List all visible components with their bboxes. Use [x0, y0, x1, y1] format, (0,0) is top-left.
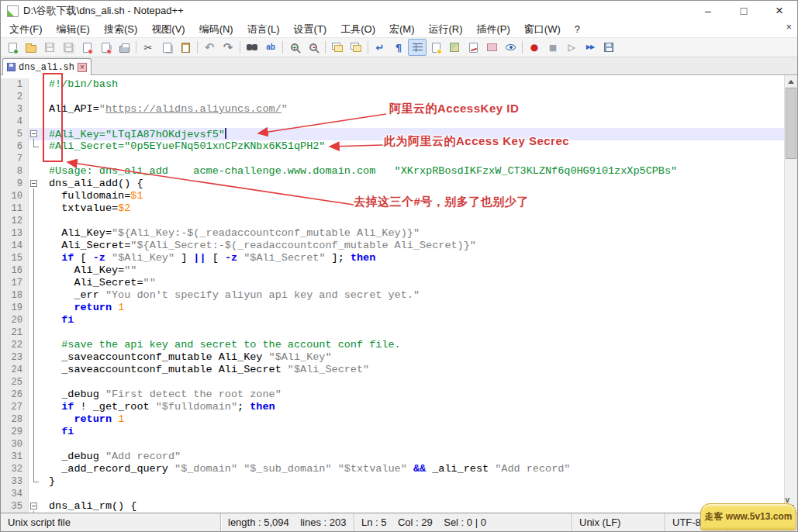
code-line[interactable]: 10 fulldomain=$1 — [1, 190, 784, 202]
code-line[interactable]: 25 — [1, 376, 784, 389]
save-icon[interactable] — [40, 39, 59, 56]
code-line[interactable]: 35dns_ali_rm() { — [1, 500, 784, 513]
close-all-icon[interactable] — [96, 39, 115, 56]
scrollbar-track[interactable] — [785, 88, 797, 500]
fold-marker[interactable] — [29, 128, 41, 140]
code-line[interactable]: 24 _saveaccountconf_mutable Ali_Secret "… — [1, 364, 784, 376]
find-icon[interactable] — [243, 39, 261, 56]
code-line[interactable]: 23 _saveaccountconf_mutable Ali_Key "$Al… — [1, 351, 784, 364]
preview-eye-icon[interactable] — [501, 39, 520, 56]
code-line[interactable]: 34 — [1, 488, 784, 500]
menu-item-工具[interactable]: 工具(O) — [333, 21, 382, 37]
print-icon[interactable] — [115, 39, 133, 56]
code-line[interactable]: 2 — [1, 91, 784, 103]
menu-item-语言[interactable]: 语言(L) — [240, 21, 287, 37]
sync-horizontal-scroll-icon[interactable] — [347, 39, 365, 56]
zoom-out-icon[interactable] — [304, 39, 323, 56]
menu-item-文件[interactable]: 文件(F) — [2, 21, 50, 37]
code-line[interactable]: 22 #save the api key and secret to the a… — [1, 339, 784, 351]
minimize-button[interactable]: – — [690, 1, 726, 21]
cut-icon[interactable]: ✂ — [139, 39, 157, 56]
close-icon[interactable] — [78, 39, 96, 56]
code-line[interactable]: 1#!/bin/bash — [1, 78, 784, 91]
code-line[interactable]: 32 _add_record_query "$_domain" "$_sub_d… — [1, 463, 784, 475]
open-folder-icon[interactable] — [22, 39, 40, 56]
menu-item-视图[interactable]: 视图(V) — [144, 21, 192, 37]
menu-item-插件[interactable]: 插件(P) — [470, 21, 517, 37]
code-line[interactable]: 31 _debug "Add record" — [1, 451, 784, 463]
line-number: 30 — [1, 438, 29, 451]
code-line[interactable]: 21 — [1, 326, 784, 339]
editor-area[interactable]: 1#!/bin/bash23Ali_API="https://alidns.al… — [1, 75, 797, 513]
save-all-icon[interactable] — [59, 39, 78, 56]
menu-item-宏[interactable]: 宏(M) — [382, 21, 422, 37]
fold-marker[interactable] — [29, 178, 41, 190]
menu-item-?[interactable]: ? — [568, 21, 587, 37]
tab-dns_ali.sh[interactable]: dns_ali.sh × — [2, 58, 92, 75]
code-line[interactable]: 3Ali_API="https://alidns.aliyuncs.com/" — [1, 103, 784, 116]
doc-map-icon[interactable] — [445, 39, 464, 56]
code-line[interactable]: 20 fi — [1, 314, 784, 326]
word-wrap-icon[interactable]: ↵ — [371, 39, 389, 56]
function-list-icon[interactable] — [464, 39, 482, 56]
code-view[interactable]: 1#!/bin/bash23Ali_API="https://alidns.al… — [1, 75, 784, 513]
code-line[interactable]: 17 Ali_Secret="" — [1, 277, 784, 289]
fold-margin — [29, 116, 41, 128]
code-line[interactable]: 28 return 1 — [1, 413, 784, 426]
code-line[interactable]: 11 txtvalue=$2 — [1, 202, 784, 215]
code-line[interactable]: 14 Ali_Secret="${Ali_Secret:-$(_readacco… — [1, 240, 784, 252]
zoom-in-icon[interactable] — [285, 39, 304, 56]
code-line[interactable]: 15 if [ -z "$Ali_Key" ] || [ -z "$Ali_Se… — [1, 252, 784, 264]
fold-marker — [29, 215, 41, 227]
paste-icon[interactable] — [176, 39, 195, 56]
code-line[interactable]: 33} — [1, 475, 784, 488]
code-line[interactable]: 29 fi — [1, 426, 784, 438]
close-button[interactable]: × — [762, 1, 797, 21]
undo-icon[interactable]: ↶ — [200, 39, 219, 56]
user-language-icon[interactable] — [427, 39, 445, 56]
show-all-chars-icon[interactable]: ¶ — [389, 39, 408, 56]
code-line[interactable]: 16 Ali_Key="" — [1, 264, 784, 277]
menubar-close-icon[interactable]: × — [786, 21, 792, 33]
maximize-button[interactable]: □ — [726, 1, 762, 21]
scroll-up-icon[interactable] — [785, 75, 797, 88]
code-line[interactable]: 12 — [1, 215, 784, 227]
menu-item-窗口[interactable]: 窗口(W) — [517, 21, 568, 37]
indent-guide-icon[interactable] — [408, 39, 427, 56]
macro-stop-icon[interactable]: ■ — [544, 39, 562, 56]
macro-run-multiple-icon[interactable]: ▶▶ — [581, 39, 599, 56]
line-number: 20 — [1, 314, 29, 326]
sync-vertical-scroll-icon[interactable] — [328, 39, 347, 56]
menu-item-编码[interactable]: 编码(N) — [192, 21, 240, 37]
code-line[interactable]: 5#Ali_Key="LTqIA87hOKdjevsf5" — [1, 128, 784, 140]
macro-play-icon[interactable]: ▷ — [562, 39, 581, 56]
menu-item-设置[interactable]: 设置(T) — [287, 21, 334, 37]
code-line[interactable]: 18 _err "You don't specify aliyun api ke… — [1, 289, 784, 302]
line-number: 9 — [1, 178, 29, 190]
new-file-icon[interactable] — [3, 39, 22, 56]
replace-icon[interactable]: ab — [261, 39, 280, 56]
fold-margin — [29, 91, 41, 103]
code-line[interactable]: 7 — [1, 153, 784, 165]
code-line[interactable]: 30 — [1, 438, 784, 451]
code-line[interactable]: 4 — [1, 116, 784, 128]
menu-item-搜索[interactable]: 搜索(S) — [97, 21, 144, 37]
copy-icon[interactable] — [157, 39, 176, 56]
menu-item-编辑[interactable]: 编辑(E) — [50, 21, 97, 37]
menu-item-运行[interactable]: 运行(R) — [421, 21, 469, 37]
fold-marker[interactable] — [29, 500, 41, 513]
redo-icon[interactable]: ↷ — [219, 39, 237, 56]
scrollbar-thumb[interactable] — [786, 88, 796, 159]
code-line[interactable]: 6#Ali_Secret="0p5EYueFNq501xnCPzKNbx6K51… — [1, 140, 784, 153]
macro-record-icon[interactable]: ● — [525, 39, 544, 56]
code-line[interactable]: 26 _debug "First detect the root zone" — [1, 389, 784, 401]
code-line[interactable]: 13 Ali_Key="${Ali_Key:-$(_readaccountcon… — [1, 227, 784, 240]
code-line[interactable]: 9dns_ali_add() { — [1, 178, 784, 190]
monitoring-icon[interactable] — [482, 39, 501, 56]
macro-save-icon[interactable] — [599, 39, 618, 56]
code-line[interactable]: 27 if ! _get_root "$fulldomain"; then — [1, 401, 784, 413]
tab-close-icon[interactable]: × — [78, 63, 87, 72]
code-line[interactable]: 19 return 1 — [1, 302, 784, 314]
vertical-scrollbar[interactable] — [784, 75, 797, 513]
code-line[interactable]: 8#Usage: dns_ali_add acme-challenge.www.… — [1, 165, 784, 178]
